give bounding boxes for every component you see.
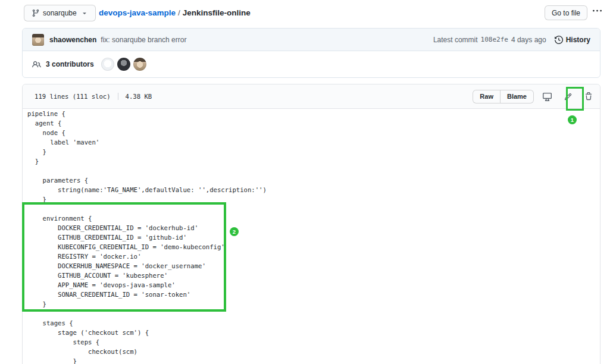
history-link[interactable]: History (555, 36, 590, 44)
delete-file-button[interactable] (584, 92, 593, 101)
commit-author-avatar[interactable] (32, 34, 44, 46)
pencil-icon (564, 93, 572, 101)
git-branch-icon (32, 9, 40, 17)
contributor-avatar-3[interactable] (133, 58, 146, 71)
people-icon (32, 60, 41, 69)
raw-blame-button-group: Raw Blame (473, 90, 534, 103)
file-lines-info: 119 lines (111 sloc) (35, 93, 111, 100)
branch-name: sonarqube (43, 9, 77, 17)
latest-commit-box: shaowenchen fix: sonarqube branch error … (22, 28, 601, 78)
contributors-count-link[interactable]: 3 contributors (46, 60, 94, 68)
file-view-box: 119 lines (111 sloc) 4.38 KB Raw Blame (22, 84, 601, 364)
trash-icon (584, 92, 593, 101)
breadcrumb-separator: / (176, 8, 183, 17)
contributors-row: 3 contributors (23, 51, 600, 77)
breadcrumb-repo-link[interactable]: devops-java-sample (99, 8, 176, 17)
file-content: pipeline { agent { node { label 'maven' … (23, 109, 600, 364)
history-label: History (566, 36, 590, 44)
raw-button[interactable]: Raw (473, 90, 501, 103)
branch-selector-button[interactable]: sonarqube (24, 5, 96, 21)
device-desktop-icon (543, 92, 552, 101)
contributor-avatar-1[interactable] (101, 58, 114, 71)
contributor-avatars (101, 58, 146, 71)
blame-button[interactable]: Blame (501, 90, 534, 103)
github-file-page: sonarqube devops-java-sample/Jenkinsfile… (0, 0, 613, 364)
file-header: 119 lines (111 sloc) 4.38 KB Raw Blame (23, 84, 600, 109)
contributor-avatar-2[interactable] (117, 58, 130, 71)
chevron-down-icon (81, 10, 88, 17)
history-clock-icon (555, 36, 563, 44)
commit-header: shaowenchen fix: sonarqube branch error … (23, 29, 600, 51)
breadcrumb: devops-java-sample/Jenkinsfile-online (99, 8, 251, 17)
breadcrumb-file-name: Jenkinsfile-online (183, 8, 251, 17)
file-size-info: 4.38 KB (118, 93, 152, 100)
go-to-file-button[interactable]: Go to file (545, 5, 587, 20)
kebab-menu-button[interactable] (593, 7, 602, 15)
open-in-desktop-button[interactable] (543, 92, 552, 101)
commit-time-ago: 4 days ago (511, 36, 546, 44)
edit-file-button[interactable] (564, 93, 572, 101)
commit-author-name[interactable]: shaowenchen (49, 36, 96, 44)
kebab-horizontal-icon (593, 7, 602, 15)
commit-message[interactable]: fix: sonarqube branch error (101, 36, 186, 44)
commit-sha[interactable]: 108e2fe (481, 36, 508, 43)
latest-commit-label: Latest commit (433, 36, 478, 44)
